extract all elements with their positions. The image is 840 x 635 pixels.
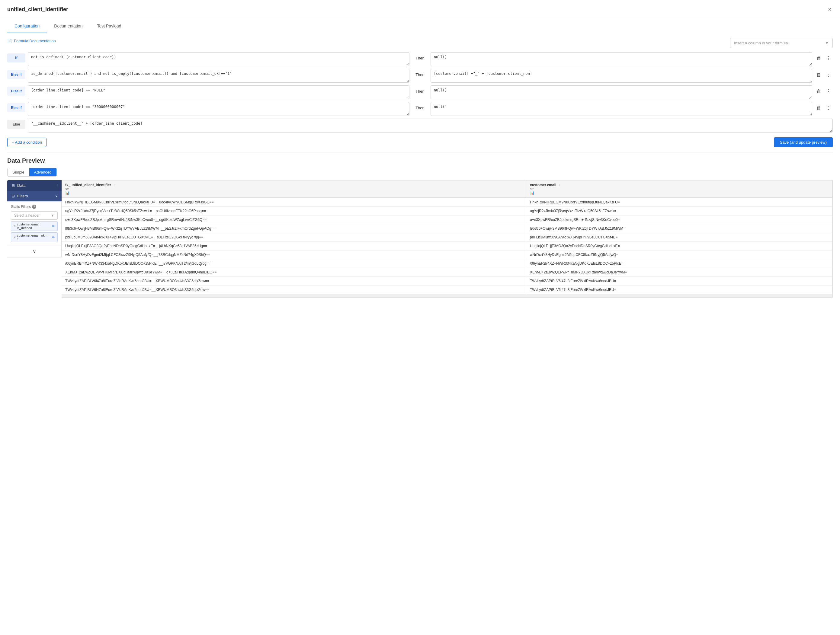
col-chart-icon-email: 📊 xyxy=(530,191,534,195)
help-icon[interactable]: ? xyxy=(32,205,36,209)
add-condition-button[interactable]: + Add a condition xyxy=(7,138,46,147)
static-filters-panel: Static Filters ? Select a header ▼ × cus… xyxy=(7,201,62,245)
sidebar-item-data[interactable]: ⊞ Data › xyxy=(7,180,62,191)
filter-tag-remove-0[interactable]: × xyxy=(14,224,16,228)
sidebar-item-filters[interactable]: ⊟ Filters ∨ xyxy=(7,191,62,201)
row-actions-0: 🗑 ⋮ xyxy=(815,54,833,63)
save-button[interactable]: Save (and update preview) xyxy=(774,137,833,147)
filter-tag-0: × customer.email is_defined ✏ xyxy=(11,221,58,231)
table-row: HnkhR9/NjiRBEGM9NuCbrrVExrmufqgLf8NLQakK… xyxy=(62,198,832,207)
table-row: /06ynERBr4XZ+NWR334xaNgDKoKJEfsL8DOC+z5P… xyxy=(62,259,832,268)
cell-email-6: wNrDcrtY8HyDvEgmt2MfjqLCFC8kazZ9NyjQ5Aaf… xyxy=(526,251,832,259)
condition-row-elseif-1: Else if is_defined([customer.email]) and… xyxy=(7,69,833,84)
cell-fx-9: TWvLydtZAPtBLV6l47u8lEureZiVklRAuKw/6nod… xyxy=(62,277,526,285)
filter-tag-1: × customer.email_ok == 1 ✏ xyxy=(11,232,58,242)
then-label-2: Then xyxy=(412,87,428,96)
filter-tag-remove-1[interactable]: × xyxy=(14,235,16,240)
col-chart-icon-fx: 📊 xyxy=(65,191,70,195)
data-table: fx_unified_client_identifier ↕ str 📊 cus… xyxy=(62,181,832,294)
more-row-1-button[interactable]: ⋮ xyxy=(824,70,833,79)
more-row-0-button[interactable]: ⋮ xyxy=(824,54,833,63)
cell-email-10: TWvLydtZAPtBLV6l47u8lEureZiVklRAuKw/6nod… xyxy=(526,285,832,294)
col-sort-email[interactable]: ↕ xyxy=(559,183,560,187)
table-row: l9b3c6+OwijH3MB96rfFQw+WKt2qTDYW7ABJ5z19… xyxy=(62,224,832,233)
if-condition-input[interactable]: not is_defined( [customer.client_code]) xyxy=(28,52,409,66)
filter-icon: ⊟ xyxy=(11,194,15,198)
then-wrap-1: [customer.email] +"_" + [customer.client… xyxy=(431,69,812,84)
elseif-condition-input-2[interactable]: [order_line.client_code] == "NULL" xyxy=(28,85,409,99)
then-label-1: Then xyxy=(412,70,428,79)
table-row: o+e3XpwFR/ooZBJpekmrgSRm+rfNz/jStNw3KoCv… xyxy=(62,216,832,224)
col-header-fx: fx_unified_client_identifier ↕ str 📊 xyxy=(62,181,526,198)
elseif-label-1: Else if xyxy=(7,70,25,79)
cell-email-7: /06ynERBr4XZ+NWR334xaNgDKoKJEfsL8DOC+z5P… xyxy=(526,259,832,268)
book-icon: 📄 xyxy=(7,39,12,43)
chevron-down-icon: ∨ xyxy=(55,194,57,198)
tab-test-payload[interactable]: Test Payload xyxy=(90,19,128,33)
row-actions-3: 🗑 ⋮ xyxy=(815,103,833,113)
col-sort-fx[interactable]: ↕ xyxy=(113,183,115,187)
else-input[interactable]: "__cashmere__idclient__" + [order_line.c… xyxy=(28,118,833,132)
then-wrap-2: null() xyxy=(431,85,812,100)
close-button[interactable]: × xyxy=(827,5,833,14)
cell-email-3: l9b3c6+OwijH3MB96rfFQw+WKt2qTDYW7ABJ5z19… xyxy=(526,224,832,233)
then-input-3[interactable]: null() xyxy=(431,102,812,116)
table-row: pbFLb3M3m5890An4clx/Xlj49ipH/H9LeLCUTGX5… xyxy=(62,233,832,242)
formula-doc-link[interactable]: 📄 Formula Documentation xyxy=(7,39,56,43)
tab-configuration[interactable]: Configuration xyxy=(7,19,47,33)
tabs-row: Configuration Documentation Test Payload xyxy=(0,19,840,33)
elseif-condition-wrap-1: is_defined([customer.email]) and not is_… xyxy=(28,69,409,84)
filter-tag-edit-1[interactable]: ✏ xyxy=(52,235,55,240)
table-row: wNrDcrtY8HyDvEgmt2MfjqLCFC8kazZ9NyjQ5Aaf… xyxy=(62,251,832,259)
cell-fx-6: wNrDcrtY8HyDvEgmt2MfjqLCFC8kazZ9NyjQ5Aaf… xyxy=(62,251,526,259)
column-insert-select[interactable]: Insert a column in your formula ▼ xyxy=(730,38,833,48)
then-input-2[interactable]: null() xyxy=(431,85,812,99)
cell-email-8: XEnMJ+2aBwZQEPwPrTuMR7DXUgRtarIwqw/cDa3e… xyxy=(526,268,832,277)
if-condition-wrap: not is_defined( [customer.client_code]) xyxy=(28,52,409,67)
row-actions-1: 🗑 ⋮ xyxy=(815,70,833,79)
then-input-0[interactable]: null() xyxy=(431,52,812,66)
table-row: TWvLydtZAPtBLV6l47u8lEureZiVklRAuKw/6nod… xyxy=(62,285,832,294)
more-row-2-button[interactable]: ⋮ xyxy=(824,87,833,96)
cell-email-4: pbFLb3M3m5890An4clx/Xlj49ipH/H9LeLCUTGX5… xyxy=(526,233,832,242)
sidebar-panel: ⊞ Data › ⊟ Filters ∨ xyxy=(7,180,62,201)
cell-email-2: o+e3XpwFR/ooZBJpekmrgSRm+rfNz/jStNw3KoCv… xyxy=(526,216,832,224)
elseif-condition-input-1[interactable]: is_defined([customer.email]) and not is_… xyxy=(28,69,409,83)
delete-row-1-button[interactable]: 🗑 xyxy=(815,70,823,79)
cell-email-0: HnkhR9/NjiRBEGM9NuCbrrVExrmufqgLf8NLQakK… xyxy=(526,198,832,207)
condition-row-elseif-3: Else if [order_line.client_code] == "300… xyxy=(7,102,833,117)
view-tab-simple[interactable]: Simple xyxy=(8,168,29,176)
filter-header-select[interactable]: Select a header ▼ xyxy=(11,211,58,220)
then-input-1[interactable]: [customer.email] +"_" + [customer.client… xyxy=(431,69,812,83)
filter-tag-edit-0[interactable]: ✏ xyxy=(52,224,55,228)
then-label-3: Then xyxy=(412,103,428,113)
expand-button[interactable]: ∨ xyxy=(33,248,36,254)
horizontal-scrollbar[interactable] xyxy=(62,294,832,297)
sidebar-bottom: ∨ xyxy=(7,245,62,257)
elseif-label-2: Else if xyxy=(7,87,25,96)
delete-row-0-button[interactable]: 🗑 xyxy=(815,54,823,63)
cell-fx-7: /06ynERBr4XZ+NWR334xaNgDKoKJEfsL8DOC+z5P… xyxy=(62,259,526,268)
view-tab-advanced[interactable]: Advanced xyxy=(29,168,57,176)
delete-row-2-button[interactable]: 🗑 xyxy=(815,87,823,96)
then-wrap-0: null() xyxy=(431,52,812,67)
cell-fx-4: pbFLb3M3m5890An4clx/Xlj49ipH/H9LeLCUTGX5… xyxy=(62,233,526,242)
delete-row-3-button[interactable]: 🗑 xyxy=(815,103,823,113)
condition-row-else: Else "__cashmere__idclient__" + [order_l… xyxy=(7,118,833,132)
cell-fx-8: XEnMJ+2aBwZQEPwPrTuMR7DXUgRtarIwqw/cDa3e… xyxy=(62,268,526,277)
condition-rows: If not is_defined( [customer.client_code… xyxy=(7,52,833,132)
condition-row-elseif-2: Else if [order_line.client_code] == "NUL… xyxy=(7,85,833,100)
modal-container: unified_client_identifier × Configuratio… xyxy=(0,0,840,635)
select-chevron-icon: ▼ xyxy=(51,213,54,217)
then-label-0: Then xyxy=(412,54,428,63)
actions-row: + Add a condition Save (and update previ… xyxy=(7,137,833,147)
elseif-condition-input-3[interactable]: [order_line.client_code] == "30000000000… xyxy=(28,102,409,116)
cell-email-5: UuqilojQLF+jjF3AO3Qa2yEncNDnSR0yGtcgGdHo… xyxy=(526,242,832,251)
data-preview-section: Data Preview Simple Advanced ⊞ Data › xyxy=(7,152,833,298)
table-row: TWvLydtZAPtBLV6l47u8lEureZiVklRAuKw/6nod… xyxy=(62,277,832,285)
more-row-3-button[interactable]: ⋮ xyxy=(824,103,833,113)
if-label: If xyxy=(7,54,25,63)
table-row: ugYcjR2xJixdu37jRycqVxz+TlzW+dQ50Sk5sEZs… xyxy=(62,207,832,216)
tab-documentation[interactable]: Documentation xyxy=(47,19,90,33)
cell-fx-1: ugYcjR2xJixdu37jRycqVxz+TlzW+dQ50Sk5sEZs… xyxy=(62,207,526,216)
